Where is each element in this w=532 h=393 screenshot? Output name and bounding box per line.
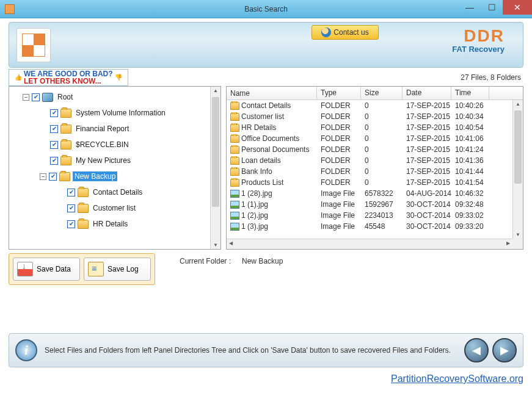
folder-icon bbox=[230, 113, 239, 121]
window-title: Basic Search bbox=[244, 5, 288, 13]
checkbox[interactable]: ✔ bbox=[67, 220, 75, 228]
checkbox[interactable]: ✔ bbox=[50, 157, 58, 165]
list-row[interactable]: Contact DetailsFOLDER017-SEP-201510:40:2… bbox=[227, 100, 523, 111]
footer-link[interactable]: PartitionRecoverySoftware.org bbox=[391, 373, 523, 384]
file-size: 0 bbox=[361, 123, 403, 132]
file-type: Image File bbox=[317, 200, 361, 209]
folder-icon bbox=[78, 204, 89, 213]
checkbox[interactable]: ✔ bbox=[32, 93, 40, 101]
col-type[interactable]: Type bbox=[317, 87, 361, 99]
file-name: HR Details bbox=[241, 123, 276, 132]
current-folder-label: Current Folder : bbox=[180, 257, 231, 265]
file-time: 09:32:48 bbox=[451, 200, 489, 209]
image-icon bbox=[230, 223, 239, 231]
computer-icon bbox=[42, 93, 53, 102]
file-size: 0 bbox=[361, 112, 403, 121]
file-time: 10:41:36 bbox=[451, 156, 489, 165]
col-name[interactable]: Name bbox=[227, 87, 317, 99]
tree-item[interactable]: ✔$RECYCLE.BIN bbox=[40, 137, 219, 153]
feedback-banner[interactable]: 👍 WE ARE GOOD OR BAD? LET OTHERS KNOW...… bbox=[9, 69, 128, 86]
list-row[interactable]: Customer listFOLDER017-SEP-201510:40:34 bbox=[227, 111, 523, 122]
col-size[interactable]: Size bbox=[361, 87, 403, 99]
folder-icon bbox=[230, 168, 239, 176]
forward-button[interactable]: ▶ bbox=[492, 338, 517, 362]
col-date[interactable]: Date bbox=[403, 87, 451, 99]
file-date: 04-AUG-2014 bbox=[403, 189, 451, 198]
file-time: 09:33:02 bbox=[451, 211, 489, 220]
collapse-icon[interactable]: − bbox=[40, 173, 46, 180]
file-time: 10:41:24 bbox=[451, 145, 489, 154]
maximize-button[interactable]: ☐ bbox=[481, 0, 503, 15]
tree-item[interactable]: −✔New Backup bbox=[40, 168, 219, 184]
tree-label: New Backup bbox=[73, 171, 117, 181]
checkbox[interactable]: ✔ bbox=[67, 204, 75, 212]
file-size: 2234013 bbox=[361, 211, 403, 220]
list-row[interactable]: 1 (3).jpgImage File4554830-OCT-201409:33… bbox=[227, 221, 523, 232]
file-time: 10:41:54 bbox=[451, 178, 489, 187]
file-size: 45548 bbox=[361, 222, 403, 231]
file-time: 10:40:54 bbox=[451, 123, 489, 132]
list-scrollbar-v[interactable] bbox=[512, 100, 523, 239]
tree-label: System Volume Information bbox=[74, 108, 167, 118]
tree-item[interactable]: ✔My New Pictures bbox=[40, 153, 219, 168]
file-type: FOLDER bbox=[317, 167, 361, 176]
file-date: 30-OCT-2014 bbox=[403, 200, 451, 209]
folder-icon bbox=[60, 156, 71, 165]
list-row[interactable]: Personal DocumentsFOLDER017-SEP-201510:4… bbox=[227, 144, 523, 155]
image-icon bbox=[230, 212, 239, 220]
file-date: 17-SEP-2015 bbox=[403, 123, 451, 132]
tree-label: $RECYCLE.BIN bbox=[74, 140, 131, 150]
file-date: 17-SEP-2015 bbox=[403, 156, 451, 165]
save-data-icon bbox=[17, 262, 33, 276]
tree-item[interactable]: ✔Contact Details bbox=[57, 184, 219, 200]
save-log-button[interactable]: Save Log bbox=[84, 258, 151, 281]
list-row[interactable]: HR DetailsFOLDER017-SEP-201510:40:54 bbox=[227, 122, 523, 133]
checkbox[interactable]: ✔ bbox=[50, 125, 58, 133]
file-size: 0 bbox=[361, 178, 403, 187]
folder-icon bbox=[230, 102, 239, 110]
folder-icon bbox=[60, 109, 71, 118]
save-data-button[interactable]: Save Data bbox=[13, 258, 80, 281]
info-bar: i Select Files and Folders from left Pan… bbox=[9, 333, 523, 367]
collapse-icon[interactable]: − bbox=[23, 94, 29, 101]
list-row[interactable]: Products ListFOLDER017-SEP-201510:41:54 bbox=[227, 177, 523, 188]
tree-item[interactable]: ✔System Volume Information bbox=[40, 105, 219, 121]
checkbox[interactable]: ✔ bbox=[50, 141, 58, 149]
checkbox[interactable]: ✔ bbox=[67, 189, 75, 196]
folder-icon bbox=[230, 157, 239, 165]
contact-label: Contact us bbox=[333, 28, 368, 37]
file-type: Image File bbox=[317, 189, 361, 198]
file-time: 09:33:20 bbox=[451, 222, 489, 231]
checkbox[interactable]: ✔ bbox=[49, 173, 57, 181]
list-row[interactable]: 1 (28).jpgImage File657832204-AUG-201410… bbox=[227, 188, 523, 199]
list-row[interactable]: Office DocumentsFOLDER017-SEP-201510:41:… bbox=[227, 133, 523, 144]
col-time[interactable]: Time bbox=[451, 87, 489, 99]
tree-label: Root bbox=[56, 92, 75, 102]
file-date: 17-SEP-2015 bbox=[403, 167, 451, 176]
tree-scrollbar[interactable] bbox=[210, 87, 220, 249]
tree-item[interactable]: ✔HR Details bbox=[57, 216, 219, 232]
image-icon bbox=[230, 190, 239, 198]
file-size: 1592967 bbox=[361, 200, 403, 209]
file-size: 0 bbox=[361, 145, 403, 154]
list-row[interactable]: Loan detailsFOLDER017-SEP-201510:41:36 bbox=[227, 155, 523, 166]
file-date: 30-OCT-2014 bbox=[403, 211, 451, 220]
list-row[interactable]: 1 (1).jpgImage File159296730-OCT-201409:… bbox=[227, 199, 523, 210]
file-time: 10:40:34 bbox=[451, 112, 489, 121]
list-scrollbar-h[interactable] bbox=[227, 239, 512, 249]
contact-us-button[interactable]: Contact us bbox=[312, 25, 379, 40]
directory-tree-panel: − ✔ Root ✔System Volume Information✔Fina… bbox=[9, 86, 221, 250]
minimize-button[interactable]: — bbox=[459, 0, 481, 15]
checkbox[interactable]: ✔ bbox=[50, 109, 58, 117]
tree-item[interactable]: ✔Financial Report bbox=[40, 121, 219, 137]
tree-item[interactable]: ✔Customer list bbox=[57, 200, 219, 216]
list-row[interactable]: Bank InfoFOLDER017-SEP-201510:41:44 bbox=[227, 166, 523, 177]
back-button[interactable]: ◀ bbox=[464, 338, 489, 362]
file-name: 1 (1).jpg bbox=[241, 200, 268, 209]
file-size: 0 bbox=[361, 167, 403, 176]
tree-root[interactable]: − ✔ Root bbox=[23, 89, 219, 105]
folder-icon bbox=[78, 220, 89, 229]
list-row[interactable]: 1 (2).jpgImage File223401330-OCT-201409:… bbox=[227, 210, 523, 221]
action-button-group: Save Data Save Log bbox=[9, 253, 155, 285]
close-button[interactable]: ✕ bbox=[503, 0, 532, 15]
